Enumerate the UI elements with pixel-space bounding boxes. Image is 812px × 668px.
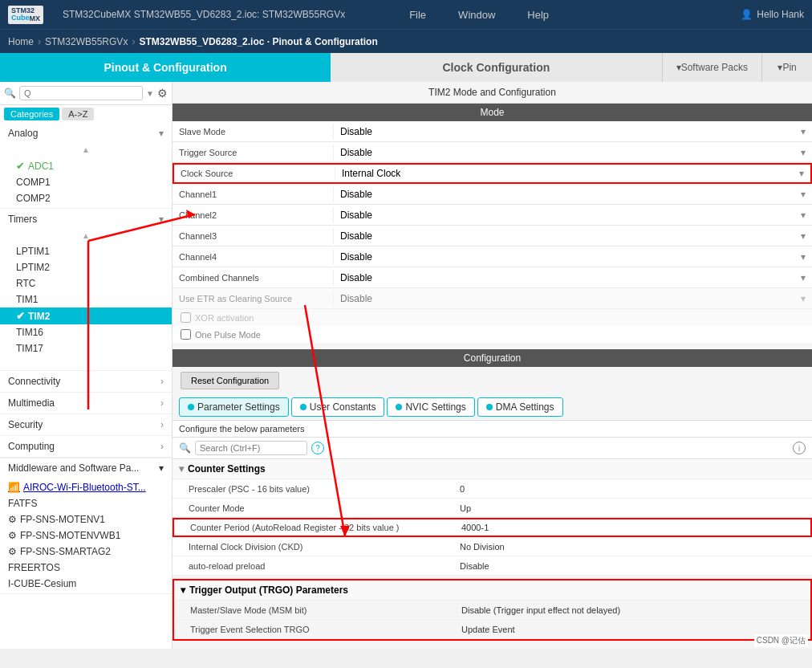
sidebar-item-tim16[interactable]: TIM16 [0, 324, 172, 340]
multimedia-header[interactable]: Multimedia › [0, 393, 172, 413]
clock-source-value[interactable]: Internal Clock ▾ [335, 165, 810, 181]
middleware-arrow: ▾ [159, 462, 164, 474]
auto-reload-value: Disable [453, 559, 812, 573]
middleware-icube[interactable]: I-CUBE-Cesium [0, 576, 172, 592]
clock-division-row: Internal Clock Division (CKD) No Divisio… [173, 537, 812, 556]
channel2-value[interactable]: Disable ▾ [333, 207, 812, 223]
ch3-arrow: ▾ [801, 230, 806, 242]
middleware-fp-smartag2[interactable]: ⚙ FP-SNS-SMARTAG2 [0, 544, 172, 560]
sidebar-section-computing: Computing › [0, 436, 172, 458]
gear-icon[interactable]: ⚙ [157, 87, 168, 100]
sidebar-item-lptim2[interactable]: LPTIM2 [0, 259, 172, 275]
main-tabs: Pinout & Configuration Clock Configurati… [0, 53, 812, 82]
security-header[interactable]: Security › [0, 414, 172, 435]
breadcrumb: Home › STM32WB55RGVx › STM32WB55_VD6283_… [0, 29, 812, 53]
trigger-source-value[interactable]: Disable ▾ [333, 145, 812, 161]
sidebar-section-security: Security › [0, 414, 172, 436]
tim2-label: TIM2 [28, 311, 50, 322]
channel3-value[interactable]: Disable ▾ [333, 228, 812, 244]
analog-header[interactable]: Analog ▾ [0, 123, 172, 144]
counter-settings-section: ▾ Counter Settings Prescaler (PSC - 16 b… [173, 459, 812, 576]
computing-arrow: › [160, 441, 164, 452]
xor-label: XOR activation [195, 313, 254, 323]
param-search-bar: 🔍 ? i [173, 438, 812, 459]
nav-window[interactable]: Window [458, 9, 495, 21]
collapse-icon[interactable]: ▾ [179, 463, 184, 475]
tab-parameter-settings[interactable]: Parameter Settings [179, 397, 289, 417]
reset-configuration-button[interactable]: Reset Configuration [181, 372, 279, 389]
tab-nvic-settings[interactable]: NVIC Settings [387, 397, 474, 417]
trigger-collapse-icon[interactable]: ▾ [181, 584, 185, 596]
xor-checkbox[interactable] [181, 312, 191, 323]
window-title: STM32CubeMX STM32WB55_VD6283_2.ioc: STM3… [63, 9, 345, 20]
comp1-label: COMP1 [16, 177, 51, 188]
timers-header[interactable]: Timers ▾ [0, 209, 172, 230]
breadcrumb-chip[interactable]: STM32WB55RGVx [45, 36, 128, 47]
search-input[interactable] [19, 86, 143, 100]
tab-categories[interactable]: Categories [4, 108, 59, 120]
sidebar-item-tim1[interactable]: TIM1 [0, 291, 172, 308]
middleware-fp-motenvwb1[interactable]: ⚙ FP-SNS-MOTENVWB1 [0, 527, 172, 544]
main-layout: 🔍 ▼ ⚙ Categories A->Z Analog ▾ ▲ ✔ [0, 82, 812, 649]
channel4-value[interactable]: Disable ▾ [333, 249, 812, 265]
sidebar-item-comp1[interactable]: COMP1 [0, 174, 172, 190]
user-icon: 👤 [741, 9, 753, 20]
one-pulse-checkbox[interactable] [181, 329, 191, 340]
icube-label: I-CUBE-Cesium [8, 578, 76, 589]
tim1-label: TIM1 [16, 294, 38, 305]
timers-arrow: ▾ [159, 214, 164, 225]
gear-fp1-icon: ⚙ [8, 514, 17, 525]
multimedia-label: Multimedia [8, 397, 55, 409]
counter-period-label: Counter Period (AutoReload Register - 32… [174, 520, 455, 535]
search-param-icon: 🔍 [179, 442, 191, 454]
counter-mode-label: Counter Mode [173, 501, 453, 515]
prescaler-row: Prescaler (PSC - 16 bits value) 0 [173, 479, 812, 499]
search-icon: 🔍 [4, 88, 16, 99]
search-info-btn[interactable]: ? [311, 442, 324, 454]
tab-software-packs[interactable]: ▾ Software Packs [662, 53, 762, 82]
computing-header[interactable]: Computing › [0, 436, 172, 457]
tab-pin[interactable]: ▾ Pin [761, 53, 812, 82]
security-arrow: › [160, 419, 164, 430]
ch1-arrow: ▾ [801, 189, 806, 200]
sidebar-item-lptim1[interactable]: LPTIM1 [0, 243, 172, 259]
middleware-fp-motenv1[interactable]: ⚙ FP-SNS-MOTENV1 [0, 511, 172, 527]
channel4-label: Channel4 [173, 250, 333, 264]
adc1-label: ADC1 [28, 161, 54, 172]
tab-user-constants[interactable]: User Constants [291, 397, 385, 417]
tab-clock[interactable]: Clock Configuration [331, 53, 661, 82]
dma-settings-label: DMA Settings [496, 401, 554, 413]
nav-file[interactable]: File [409, 9, 426, 21]
tab-az[interactable]: A->Z [62, 108, 94, 120]
connectivity-header[interactable]: Connectivity › [0, 371, 172, 392]
content-title: TIM2 Mode and Configuration [173, 82, 812, 104]
middleware-airoc[interactable]: 📶 AIROC-Wi-Fi-Bluetooth-ST... [0, 479, 172, 495]
nav-help[interactable]: Help [527, 9, 549, 21]
tab-pinout[interactable]: Pinout & Configuration [0, 53, 331, 82]
fp-motenvwb1-label: FP-SNS-MOTENVWB1 [20, 530, 120, 541]
middleware-fatfs[interactable]: FATFS [0, 495, 172, 511]
dot-dma [486, 404, 493, 410]
dot-user [300, 404, 307, 410]
middleware-header[interactable]: Middleware and Software Pa... ▾ [0, 458, 172, 478]
channel1-value[interactable]: Disable ▾ [333, 186, 812, 202]
sidebar: 🔍 ▼ ⚙ Categories A->Z Analog ▾ ▲ ✔ [0, 82, 173, 649]
param-search-input[interactable] [195, 441, 307, 455]
slave-mode-value[interactable]: Disable ▾ [333, 124, 812, 140]
user-menu[interactable]: 👤 Hello Hank [741, 9, 804, 20]
scroll-up: ▲ [0, 144, 172, 156]
sidebar-item-adc1[interactable]: ✔ ADC1 [0, 157, 172, 174]
sidebar-item-comp2[interactable]: COMP2 [0, 190, 172, 206]
tim16-label: TIM16 [16, 327, 43, 338]
sidebar-item-tim2[interactable]: ✔ TIM2 [0, 308, 172, 324]
combined-channels-value[interactable]: Disable ▾ [333, 270, 812, 286]
sidebar-item-rtc[interactable]: RTC [0, 275, 172, 291]
middleware-freertos[interactable]: FREERTOS [0, 560, 172, 576]
tab-dma-settings[interactable]: DMA Settings [477, 397, 563, 417]
timers-scroll-up: ▲ [0, 230, 172, 242]
fatfs-label: FATFS [8, 498, 37, 509]
sidebar-item-tim17[interactable]: TIM17 [0, 340, 172, 356]
breadcrumb-home[interactable]: Home [8, 36, 34, 47]
sidebar-section-connectivity: Connectivity › [0, 371, 172, 393]
dropdown-arrow: ▼ [146, 89, 154, 98]
